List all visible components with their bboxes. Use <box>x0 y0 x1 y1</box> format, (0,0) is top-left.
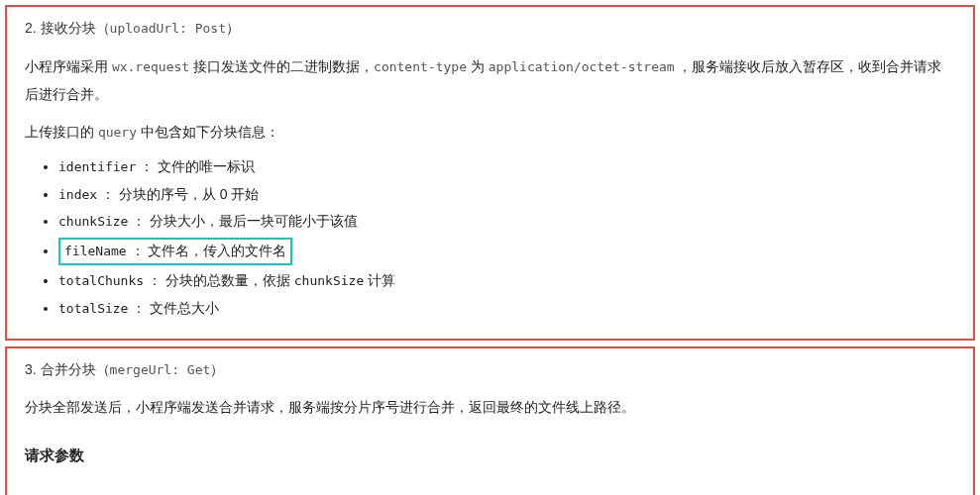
field-text: ： 文件名，传入的文件名 <box>127 243 287 258</box>
t: 中包含如下分块信息： <box>137 124 279 140</box>
field-code: fileName <box>64 244 127 258</box>
merge-desc: 分块全部发送后，小程序端发送合并请求，服务端按分片序号进行合并，返回最终的文件线… <box>25 393 955 421</box>
chunk-info-list: identifier ： 文件的唯一标识 index ： 分块的序号，从 0 开… <box>25 155 955 321</box>
field-text: ： 分块的序号，从 0 开始 <box>97 186 259 202</box>
panel-upload: 2. 接收分块（uploadUrl: Post） 小程序端采用 wx.reque… <box>5 5 975 341</box>
field-code: totalChunks <box>58 273 144 288</box>
table-header-row: 属性 类型 说明 <box>25 484 955 495</box>
field-code: identifier <box>58 159 136 174</box>
title-prefix: 2. 接收分块（ <box>25 20 110 36</box>
th-type: 类型 <box>253 484 540 495</box>
field-text: 计算 <box>364 272 395 288</box>
field-text: ： 分块的总数量，依据 <box>144 272 294 288</box>
t: 为 <box>467 58 489 74</box>
upload-desc-2: 上传接口的 query 中包含如下分块信息： <box>25 118 955 146</box>
field-code: chunkSize <box>58 214 128 229</box>
request-params-heading: 请求参数 <box>25 443 955 468</box>
list-item: chunkSize ： 分块大小，最后一块可能小于该值 <box>58 210 955 234</box>
title-suffix: ） <box>226 20 240 36</box>
title-code: uploadUrl: Post <box>110 21 226 36</box>
code-octet-stream: application/octet-stream <box>489 59 675 74</box>
th-desc: 说明 <box>540 484 955 495</box>
field-text: ： 分块大小，最后一块可能小于该值 <box>128 213 358 229</box>
list-item: totalSize ： 文件总大小 <box>58 297 955 321</box>
t: 小程序端采用 <box>25 58 112 74</box>
params-table: 属性 类型 说明 identifier String 文件的 md5 值 fil… <box>25 484 955 495</box>
title-prefix: 3. 合并分块（ <box>25 361 110 377</box>
field-code: chunkSize <box>294 273 364 288</box>
field-text: ： 文件的唯一标识 <box>136 158 255 174</box>
list-item: identifier ： 文件的唯一标识 <box>58 155 955 179</box>
title-suffix: ） <box>210 361 224 377</box>
section-title-merge: 3. 合并分块（mergeUrl: Get） <box>25 358 955 382</box>
title-code: mergeUrl: Get <box>110 362 211 377</box>
th-attr: 属性 <box>25 484 253 495</box>
api-wxrequest: wx.request <box>112 59 189 74</box>
list-item-highlight: fileName ： 文件名，传入的文件名 <box>58 238 955 265</box>
t: 上传接口的 <box>25 124 98 140</box>
highlight-box: fileName ： 文件名，传入的文件名 <box>58 238 292 265</box>
t: 接口发送文件的二进制数据， <box>189 58 374 74</box>
field-text: ： 文件总大小 <box>128 300 219 316</box>
field-code: index <box>58 187 97 202</box>
upload-desc-1: 小程序端采用 wx.request 接口发送文件的二进制数据，content-t… <box>25 52 955 108</box>
list-item: index ： 分块的序号，从 0 开始 <box>58 183 955 207</box>
list-item: totalChunks ： 分块的总数量，依据 chunkSize 计算 <box>58 269 955 293</box>
field-code: totalSize <box>58 301 128 316</box>
code-query: query <box>98 125 137 140</box>
section-title-upload: 2. 接收分块（uploadUrl: Post） <box>25 17 955 41</box>
panel-merge: 3. 合并分块（mergeUrl: Get） 分块全部发送后，小程序端发送合并请… <box>5 346 975 495</box>
code-content-type: content-type <box>374 59 467 74</box>
